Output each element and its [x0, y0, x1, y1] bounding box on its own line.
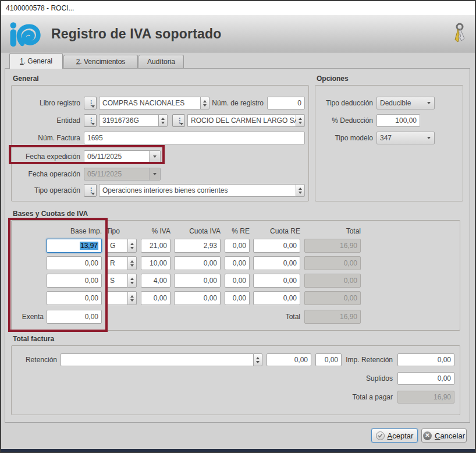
- retencion-pct-field[interactable]: 0,00: [267, 353, 311, 366]
- iva-row-2: 0,00 R 10,00 0,00 0,00 0,00 0,00: [12, 256, 361, 270]
- x-circle-icon: ✕: [423, 431, 432, 440]
- tab-vencimientos[interactable]: 2. Vencimientos: [63, 55, 138, 68]
- tipo-modelo-label: Tipo modelo: [319, 134, 373, 142]
- entidad-nombre-field[interactable]: ROCIO DEL CARMEN LARGO SARRIA: [187, 114, 296, 127]
- col-header-pct-re: % RE: [225, 227, 250, 235]
- tipo-modelo-select[interactable]: 347: [376, 132, 435, 144]
- iva-row2-base-field[interactable]: 0,00: [47, 256, 102, 270]
- groupbox-general-body: Libro registro ⋮ COMPRAS NACIONALES Núm.…: [11, 85, 309, 201]
- iva-row4-pct-re-field[interactable]: 0,00: [225, 291, 250, 305]
- iva-row1-pct-re-field[interactable]: 0,00: [225, 239, 250, 253]
- iva-row1-cuota-re-field[interactable]: 0,00: [253, 239, 300, 253]
- aceptar-mnemonic: A: [388, 431, 393, 440]
- iva-row-4: 0,00 0,00 0,00 0,00 0,00 0,00: [12, 291, 361, 305]
- tipo-operacion-field[interactable]: Operaciones interiores bienes corrientes: [99, 184, 296, 197]
- row-entidad: Entidad ⋮ 31916736G ⋮ ROCIO DEL CARMEN L…: [15, 114, 305, 128]
- iva-row2-tipo-field[interactable]: R: [106, 256, 127, 270]
- iva-row-1: 13,97 G 21,00 2,93 0,00 0,00 16,90: [12, 239, 361, 253]
- tab-vencimientos-label: . Vencimientos: [80, 58, 125, 66]
- retencion-pct2-field[interactable]: 0,00: [315, 353, 342, 366]
- libro-registro-label: Libro registro: [15, 99, 80, 107]
- num-factura-field[interactable]: 1695: [84, 132, 305, 144]
- iva-row2-pct-iva-field[interactable]: 10,00: [141, 256, 170, 270]
- tab-auditoria-label: Audítoria: [147, 58, 175, 66]
- iva-row3-tipo-spinner[interactable]: [127, 274, 137, 288]
- iva-row3-tipo-field[interactable]: S: [106, 274, 127, 288]
- iva-row4-cuota-re-field[interactable]: 0,00: [253, 291, 300, 305]
- iva-row4-pct-iva-field[interactable]: 0,00: [141, 291, 170, 305]
- fecha-expedicion-dropdown-icon[interactable]: [149, 151, 160, 162]
- entidad-nombre-spinner[interactable]: [296, 114, 305, 127]
- fecha-expedicion-field[interactable]: 05/11/2025: [84, 150, 161, 163]
- num-factura-label: Núm. Factura: [15, 134, 80, 142]
- iva-row4-base-field[interactable]: 0,00: [47, 291, 102, 305]
- row-pct-deduccion: % Deducción 100,00: [319, 114, 459, 128]
- groupbox-opciones: Opciones Tipo deducción Deducible % Dedu…: [315, 75, 463, 201]
- tipo-operacion-lookup-icon[interactable]: ⋮: [84, 184, 97, 197]
- groupbox-total-factura-body: Retención 0,00 0,00 Imp. Retención 0,00 …: [11, 345, 460, 415]
- tipo-deduccion-label: Tipo deducción: [319, 99, 373, 107]
- libro-registro-spinner[interactable]: [200, 97, 209, 109]
- groupbox-total-factura: Total factura Retención 0,00 0,00 Imp. R…: [11, 335, 460, 415]
- tipo-modelo-dropdown-icon[interactable]: [423, 132, 434, 144]
- iva-row3-total-field: 0,00: [304, 274, 361, 288]
- entidad-nif-field[interactable]: 31916736G: [99, 114, 158, 127]
- iva-row3-cuota-iva-field[interactable]: 0,00: [174, 274, 221, 288]
- libro-registro-field[interactable]: COMPRAS NACIONALES: [99, 97, 200, 109]
- groupbox-bases-cuotas: Bases y Cuotas de IVA Base Imp. Tipo % I…: [11, 210, 460, 331]
- exenta-field[interactable]: 0,00: [47, 310, 102, 324]
- iva-row4-cuota-iva-field[interactable]: 0,00: [174, 291, 221, 305]
- groupbox-general: General Libro registro ⋮ COMPRAS NACIONA…: [11, 75, 309, 201]
- iva-row3-pct-re-field[interactable]: 0,00: [225, 274, 250, 288]
- iva-row1-tipo-field[interactable]: G: [106, 239, 127, 253]
- iva-row-3: 0,00 S 4,00 0,00 0,00 0,00 0,00: [12, 274, 361, 288]
- iva-row1-tipo-spinner[interactable]: [127, 239, 137, 253]
- iva-row4-tipo-spinner[interactable]: [127, 291, 137, 305]
- aceptar-button[interactable]: Aceptar: [371, 429, 418, 443]
- iva-row2-total-field: 0,00: [304, 256, 361, 270]
- row-tipo-operacion: Tipo operación ⋮ Operaciones interiores …: [15, 183, 305, 197]
- tipo-deduccion-dropdown-icon[interactable]: [423, 97, 434, 109]
- groupbox-bases-legend: Bases y Cuotas de IVA: [11, 210, 460, 220]
- check-circle-icon: [376, 431, 385, 440]
- col-header-cuota-iva: Cuota IVA: [174, 227, 221, 235]
- iva-row1-total-field: 16,90: [304, 239, 361, 253]
- iva-row1-pct-iva-field[interactable]: 21,00: [141, 239, 170, 253]
- iva-row2-pct-re-field[interactable]: 0,00: [225, 256, 250, 270]
- iva-row3-cuota-re-field[interactable]: 0,00: [253, 274, 300, 288]
- iva-row3-base-field[interactable]: 0,00: [47, 274, 102, 288]
- libro-registro-lookup-icon[interactable]: ⋮: [84, 97, 97, 109]
- entidad-nif-spinner[interactable]: [158, 114, 168, 127]
- pct-deduccion-label: % Deducción: [319, 116, 373, 125]
- iva-row2-tipo-spinner[interactable]: [127, 256, 137, 270]
- entidad-nif-lookup-icon[interactable]: ⋮: [84, 114, 97, 127]
- groupbox-bases-body: Base Imp. Tipo % IVA Cuota IVA % RE Cuot…: [11, 220, 460, 331]
- retencion-field[interactable]: [61, 353, 253, 366]
- retencion-label: Retención: [15, 356, 57, 364]
- app-logo-icon: [8, 20, 41, 50]
- iva-row3-pct-iva-field[interactable]: 4,00: [141, 274, 170, 288]
- iva-row1-base-field[interactable]: 13,97: [47, 239, 102, 253]
- iva-exenta-total-row: Exenta 0,00 Total 16,90: [12, 310, 361, 324]
- tipo-operacion-label: Tipo operación: [15, 186, 80, 194]
- retencion-spinner[interactable]: [253, 353, 262, 366]
- iva-row2-cuota-iva-field[interactable]: 0,00: [174, 256, 221, 270]
- cancelar-button[interactable]: ✕ Cancelar: [421, 429, 467, 443]
- tipo-operacion-spinner[interactable]: [296, 184, 305, 197]
- imp-retencion-field[interactable]: 0,00: [397, 353, 454, 366]
- tab-auditoria[interactable]: Audítoria: [138, 55, 184, 68]
- suplidos-field[interactable]: 0,00: [397, 372, 454, 385]
- cancelar-mnemonic: C: [435, 431, 440, 440]
- entidad-nombre-lookup-icon[interactable]: ⋮: [172, 114, 185, 127]
- fecha-operacion-dropdown-icon: [149, 168, 160, 180]
- groupbox-general-legend: General: [11, 75, 309, 85]
- iva-row2-cuota-re-field[interactable]: 0,00: [253, 256, 300, 270]
- tab-general[interactable]: 1. General: [9, 53, 63, 69]
- pct-deduccion-field[interactable]: 100,00: [376, 114, 420, 127]
- num-registro-field[interactable]: 0: [267, 97, 305, 109]
- iva-row4-tipo-field[interactable]: [106, 291, 127, 305]
- iva-row1-cuota-iva-field[interactable]: 2,93: [174, 239, 221, 253]
- suplidos-label: Suplidos: [15, 374, 393, 383]
- tipo-deduccion-select[interactable]: Deducible: [376, 97, 435, 109]
- imp-retencion-label: Imp. Retención: [342, 356, 393, 364]
